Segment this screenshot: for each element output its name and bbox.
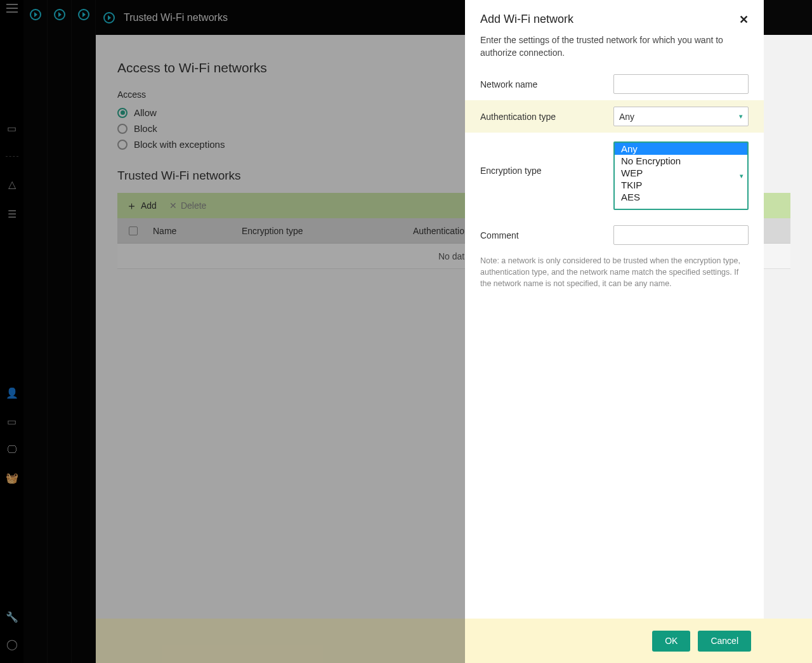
input-network-name[interactable] bbox=[613, 74, 749, 94]
x-icon: ✕ bbox=[169, 200, 177, 211]
account-icon[interactable]: ◯ bbox=[6, 638, 18, 650]
breadcrumb-col-3[interactable] bbox=[72, 0, 96, 663]
label-auth-type: Authentication type bbox=[480, 112, 613, 122]
label-network-name: Network name bbox=[480, 79, 613, 89]
panel-title: Add Wi-Fi network bbox=[480, 13, 573, 26]
col-encryption: Encryption type bbox=[242, 226, 413, 236]
listbox-encryption-type[interactable]: AnyNo EncryptionWEPTKIPAES bbox=[613, 141, 749, 210]
delete-button: ✕ Delete bbox=[169, 200, 206, 211]
select-all-checkbox[interactable] bbox=[129, 226, 138, 235]
breadcrumb-col-2[interactable] bbox=[48, 0, 72, 663]
encryption-option[interactable]: TKIP bbox=[615, 179, 747, 191]
chevron-circle-icon bbox=[30, 9, 41, 20]
radio-block-exceptions-label: Block with exceptions bbox=[134, 139, 225, 150]
devices-icon[interactable]: ▭ bbox=[7, 416, 16, 428]
encryption-option[interactable]: No Encryption bbox=[615, 155, 747, 167]
monitor-icon[interactable]: 🖵 bbox=[7, 444, 17, 456]
panel-subtitle: Enter the settings of the trusted networ… bbox=[465, 29, 764, 68]
label-encryption-type: Encryption type bbox=[480, 141, 613, 176]
add-label: Add bbox=[141, 200, 157, 211]
row-network-name: Network name bbox=[465, 68, 764, 100]
alert-icon[interactable]: △ bbox=[8, 178, 16, 190]
basket-icon[interactable]: 🧺 bbox=[6, 472, 18, 484]
chevron-circle-icon bbox=[103, 12, 115, 23]
panel-footer: OK Cancel bbox=[465, 619, 764, 663]
delete-label: Delete bbox=[181, 200, 206, 211]
radio-allow-label: Allow bbox=[134, 107, 157, 118]
plus-icon: ＋ bbox=[126, 199, 137, 213]
row-comment: Comment bbox=[465, 219, 764, 251]
divider bbox=[6, 156, 18, 157]
input-comment[interactable] bbox=[613, 225, 749, 245]
radio-block-label: Block bbox=[134, 123, 157, 134]
row-auth-type: Authentication type Any ▾ bbox=[465, 100, 764, 133]
label-comment: Comment bbox=[480, 230, 613, 240]
breadcrumb-col-1[interactable] bbox=[23, 0, 48, 663]
cancel-button[interactable]: Cancel bbox=[698, 631, 751, 652]
row-encryption-type: Encryption type AnyNo EncryptionWEPTKIPA… bbox=[465, 133, 764, 219]
nav-rail: ▭ △ ☰ 👤 ▭ 🖵 🧺 🔧 ◯ bbox=[0, 0, 23, 663]
close-icon[interactable]: ✕ bbox=[739, 13, 749, 27]
menu-icon[interactable] bbox=[6, 4, 18, 15]
select-auth-type[interactable]: Any ▾ bbox=[613, 107, 749, 126]
col-name: Name bbox=[153, 226, 242, 236]
chevron-circle-icon bbox=[54, 9, 65, 20]
encryption-option[interactable]: Any bbox=[615, 143, 747, 155]
auth-type-value: Any bbox=[619, 112, 634, 122]
dashboard-icon[interactable]: ▭ bbox=[7, 122, 16, 135]
chevron-down-icon: ▾ bbox=[739, 112, 743, 121]
users-icon[interactable]: 👤 bbox=[6, 387, 18, 399]
list-icon[interactable]: ☰ bbox=[8, 208, 16, 220]
page-title: Trusted Wi-Fi networks bbox=[124, 12, 228, 23]
panel-note: Note: a network is only considered to be… bbox=[465, 251, 764, 293]
chevron-circle-icon bbox=[78, 9, 89, 20]
add-button[interactable]: ＋ Add bbox=[126, 199, 157, 213]
settings-icon[interactable]: 🔧 bbox=[6, 611, 18, 623]
side-panel-add-wifi: Add Wi-Fi network ✕ Enter the settings o… bbox=[465, 0, 764, 663]
encryption-option[interactable]: AES bbox=[615, 191, 747, 203]
ok-button[interactable]: OK bbox=[652, 631, 690, 652]
encryption-option[interactable]: WEP bbox=[615, 167, 747, 179]
